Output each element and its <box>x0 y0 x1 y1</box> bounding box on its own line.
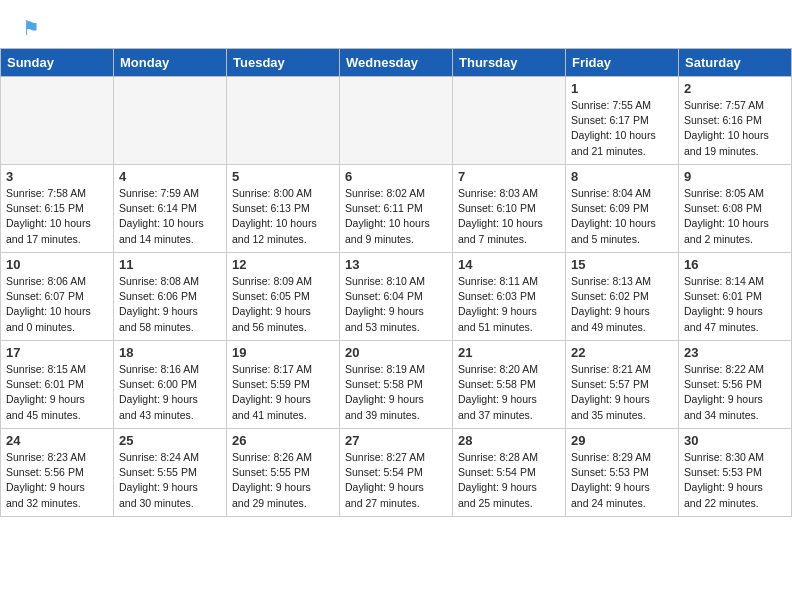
day-info: Sunrise: 8:00 AMSunset: 6:13 PMDaylight:… <box>232 186 334 247</box>
calendar-cell <box>227 77 340 165</box>
weekday-header-saturday: Saturday <box>679 49 792 77</box>
calendar-cell: 8Sunrise: 8:04 AMSunset: 6:09 PMDaylight… <box>566 165 679 253</box>
day-info: Sunrise: 8:10 AMSunset: 6:04 PMDaylight:… <box>345 274 447 335</box>
day-info: Sunrise: 8:09 AMSunset: 6:05 PMDaylight:… <box>232 274 334 335</box>
day-info: Sunrise: 7:57 AMSunset: 6:16 PMDaylight:… <box>684 98 786 159</box>
day-info: Sunrise: 8:05 AMSunset: 6:08 PMDaylight:… <box>684 186 786 247</box>
calendar-cell: 16Sunrise: 8:14 AMSunset: 6:01 PMDayligh… <box>679 253 792 341</box>
page-header: ⚑ <box>0 0 792 48</box>
calendar-cell: 6Sunrise: 8:02 AMSunset: 6:11 PMDaylight… <box>340 165 453 253</box>
day-number: 8 <box>571 169 673 184</box>
day-number: 24 <box>6 433 108 448</box>
day-number: 11 <box>119 257 221 272</box>
day-info: Sunrise: 8:14 AMSunset: 6:01 PMDaylight:… <box>684 274 786 335</box>
calendar-cell: 17Sunrise: 8:15 AMSunset: 6:01 PMDayligh… <box>1 341 114 429</box>
day-info: Sunrise: 7:59 AMSunset: 6:14 PMDaylight:… <box>119 186 221 247</box>
day-info: Sunrise: 8:13 AMSunset: 6:02 PMDaylight:… <box>571 274 673 335</box>
calendar-cell: 26Sunrise: 8:26 AMSunset: 5:55 PMDayligh… <box>227 429 340 517</box>
day-info: Sunrise: 8:08 AMSunset: 6:06 PMDaylight:… <box>119 274 221 335</box>
calendar-cell: 15Sunrise: 8:13 AMSunset: 6:02 PMDayligh… <box>566 253 679 341</box>
day-info: Sunrise: 8:02 AMSunset: 6:11 PMDaylight:… <box>345 186 447 247</box>
day-info: Sunrise: 8:17 AMSunset: 5:59 PMDaylight:… <box>232 362 334 423</box>
day-info: Sunrise: 8:16 AMSunset: 6:00 PMDaylight:… <box>119 362 221 423</box>
day-info: Sunrise: 8:20 AMSunset: 5:58 PMDaylight:… <box>458 362 560 423</box>
calendar-cell: 10Sunrise: 8:06 AMSunset: 6:07 PMDayligh… <box>1 253 114 341</box>
calendar-cell: 27Sunrise: 8:27 AMSunset: 5:54 PMDayligh… <box>340 429 453 517</box>
calendar-cell: 20Sunrise: 8:19 AMSunset: 5:58 PMDayligh… <box>340 341 453 429</box>
calendar-cell: 3Sunrise: 7:58 AMSunset: 6:15 PMDaylight… <box>1 165 114 253</box>
calendar-cell: 30Sunrise: 8:30 AMSunset: 5:53 PMDayligh… <box>679 429 792 517</box>
calendar-week-2: 3Sunrise: 7:58 AMSunset: 6:15 PMDaylight… <box>1 165 792 253</box>
day-number: 16 <box>684 257 786 272</box>
calendar-cell: 19Sunrise: 8:17 AMSunset: 5:59 PMDayligh… <box>227 341 340 429</box>
day-number: 23 <box>684 345 786 360</box>
calendar-week-4: 17Sunrise: 8:15 AMSunset: 6:01 PMDayligh… <box>1 341 792 429</box>
calendar-cell: 4Sunrise: 7:59 AMSunset: 6:14 PMDaylight… <box>114 165 227 253</box>
day-number: 25 <box>119 433 221 448</box>
weekday-header-friday: Friday <box>566 49 679 77</box>
calendar-week-1: 1Sunrise: 7:55 AMSunset: 6:17 PMDaylight… <box>1 77 792 165</box>
day-info: Sunrise: 8:06 AMSunset: 6:07 PMDaylight:… <box>6 274 108 335</box>
day-info: Sunrise: 8:21 AMSunset: 5:57 PMDaylight:… <box>571 362 673 423</box>
day-number: 14 <box>458 257 560 272</box>
day-info: Sunrise: 8:23 AMSunset: 5:56 PMDaylight:… <box>6 450 108 511</box>
logo: ⚑ <box>20 16 40 40</box>
day-info: Sunrise: 8:24 AMSunset: 5:55 PMDaylight:… <box>119 450 221 511</box>
day-number: 13 <box>345 257 447 272</box>
calendar-cell: 21Sunrise: 8:20 AMSunset: 5:58 PMDayligh… <box>453 341 566 429</box>
day-number: 18 <box>119 345 221 360</box>
day-number: 4 <box>119 169 221 184</box>
day-info: Sunrise: 8:04 AMSunset: 6:09 PMDaylight:… <box>571 186 673 247</box>
day-info: Sunrise: 8:22 AMSunset: 5:56 PMDaylight:… <box>684 362 786 423</box>
day-info: Sunrise: 8:11 AMSunset: 6:03 PMDaylight:… <box>458 274 560 335</box>
day-number: 26 <box>232 433 334 448</box>
calendar-cell: 2Sunrise: 7:57 AMSunset: 6:16 PMDaylight… <box>679 77 792 165</box>
day-info: Sunrise: 7:58 AMSunset: 6:15 PMDaylight:… <box>6 186 108 247</box>
day-number: 12 <box>232 257 334 272</box>
calendar-cell: 24Sunrise: 8:23 AMSunset: 5:56 PMDayligh… <box>1 429 114 517</box>
calendar-cell <box>114 77 227 165</box>
day-number: 10 <box>6 257 108 272</box>
calendar-cell <box>340 77 453 165</box>
day-info: Sunrise: 8:15 AMSunset: 6:01 PMDaylight:… <box>6 362 108 423</box>
day-number: 30 <box>684 433 786 448</box>
calendar-cell: 29Sunrise: 8:29 AMSunset: 5:53 PMDayligh… <box>566 429 679 517</box>
calendar-cell: 5Sunrise: 8:00 AMSunset: 6:13 PMDaylight… <box>227 165 340 253</box>
calendar-cell: 18Sunrise: 8:16 AMSunset: 6:00 PMDayligh… <box>114 341 227 429</box>
calendar-cell: 28Sunrise: 8:28 AMSunset: 5:54 PMDayligh… <box>453 429 566 517</box>
day-number: 27 <box>345 433 447 448</box>
day-number: 2 <box>684 81 786 96</box>
day-number: 9 <box>684 169 786 184</box>
day-number: 17 <box>6 345 108 360</box>
day-info: Sunrise: 8:27 AMSunset: 5:54 PMDaylight:… <box>345 450 447 511</box>
calendar-cell: 7Sunrise: 8:03 AMSunset: 6:10 PMDaylight… <box>453 165 566 253</box>
calendar-cell <box>1 77 114 165</box>
day-info: Sunrise: 8:03 AMSunset: 6:10 PMDaylight:… <box>458 186 560 247</box>
weekday-header-sunday: Sunday <box>1 49 114 77</box>
calendar-cell: 25Sunrise: 8:24 AMSunset: 5:55 PMDayligh… <box>114 429 227 517</box>
calendar-cell: 11Sunrise: 8:08 AMSunset: 6:06 PMDayligh… <box>114 253 227 341</box>
calendar-cell: 12Sunrise: 8:09 AMSunset: 6:05 PMDayligh… <box>227 253 340 341</box>
calendar-cell <box>453 77 566 165</box>
day-number: 19 <box>232 345 334 360</box>
calendar-week-5: 24Sunrise: 8:23 AMSunset: 5:56 PMDayligh… <box>1 429 792 517</box>
day-number: 1 <box>571 81 673 96</box>
day-number: 20 <box>345 345 447 360</box>
day-info: Sunrise: 7:55 AMSunset: 6:17 PMDaylight:… <box>571 98 673 159</box>
calendar-cell: 23Sunrise: 8:22 AMSunset: 5:56 PMDayligh… <box>679 341 792 429</box>
day-info: Sunrise: 8:26 AMSunset: 5:55 PMDaylight:… <box>232 450 334 511</box>
calendar-cell: 14Sunrise: 8:11 AMSunset: 6:03 PMDayligh… <box>453 253 566 341</box>
calendar-header-row: SundayMondayTuesdayWednesdayThursdayFrid… <box>1 49 792 77</box>
weekday-header-thursday: Thursday <box>453 49 566 77</box>
weekday-header-monday: Monday <box>114 49 227 77</box>
logo-flag-icon: ⚑ <box>22 16 40 40</box>
day-number: 15 <box>571 257 673 272</box>
weekday-header-tuesday: Tuesday <box>227 49 340 77</box>
calendar-cell: 1Sunrise: 7:55 AMSunset: 6:17 PMDaylight… <box>566 77 679 165</box>
day-number: 29 <box>571 433 673 448</box>
calendar-cell: 9Sunrise: 8:05 AMSunset: 6:08 PMDaylight… <box>679 165 792 253</box>
day-number: 28 <box>458 433 560 448</box>
day-info: Sunrise: 8:29 AMSunset: 5:53 PMDaylight:… <box>571 450 673 511</box>
day-info: Sunrise: 8:19 AMSunset: 5:58 PMDaylight:… <box>345 362 447 423</box>
day-number: 5 <box>232 169 334 184</box>
